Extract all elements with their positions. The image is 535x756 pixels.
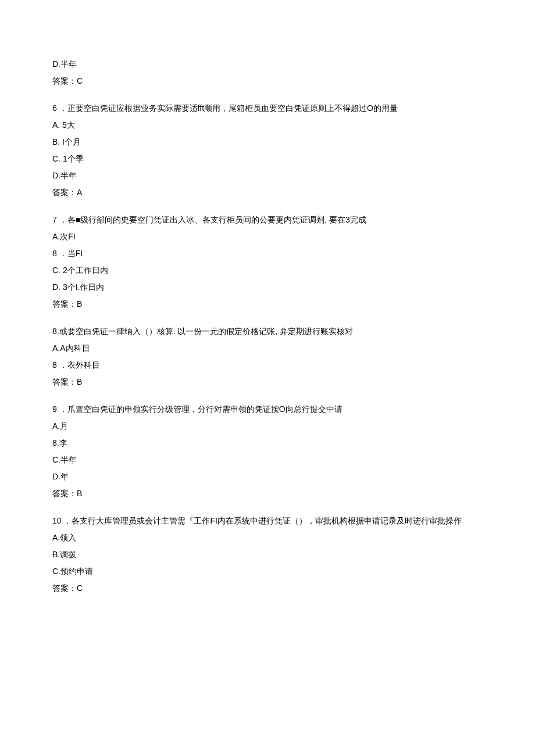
option-b: 8 ．当FI	[52, 248, 483, 260]
option-a: A.A内科目	[52, 342, 483, 354]
answer-label: 答案：C	[52, 75, 483, 87]
option-a: A.次FI	[52, 231, 483, 243]
question-10: 10 ．各支行大库管理员或会计主管需『工作FI内在系统中进行凭证（），审批机构根…	[52, 515, 483, 594]
question-stem: 7 ．各■级行部间的史要空门凭证出入冰、各支行柜员间的公要更内凭证调剂, 要在3…	[52, 214, 483, 226]
option-c: C.预约申请	[52, 565, 483, 578]
question-stem: 9 ．爪亶空白凭证的申领实行分级管理，分行对需申领的凭证按O向总行提交中请	[52, 403, 483, 415]
option-b: 8.李	[52, 437, 483, 449]
question-stem: 6 ．正要空白凭证应根据业务实际需要适fft顺用，尾箱柜员血要空白凭证原则上不得…	[52, 102, 483, 114]
option-b: B.调拨	[52, 549, 483, 561]
answer-label: 答案：C	[52, 582, 483, 594]
option-d: D.年	[52, 471, 483, 483]
question-9: 9 ．爪亶空白凭证的申领实行分级管理，分行对需申领的凭证按O向总行提交中请 A.…	[52, 403, 483, 500]
answer-label: 答案：B	[52, 298, 483, 310]
question-stem: 8.或要空白凭证一律纳入（）核算. 以一份一元的假定价格记账, 弁定期进行账实核…	[52, 325, 483, 338]
option-b: 8 ．衣外科目	[52, 359, 483, 371]
option-c: C.半年	[52, 454, 483, 466]
answer-label: 答案：B	[52, 376, 483, 388]
document-page: D.半年 答案：C 6 ．正要空白凭证应根据业务实际需要适fft顺用，尾箱柜员血…	[0, 0, 535, 756]
question-7: 7 ．各■级行部间的史要空门凭证出入冰、各支行柜员间的公要更内凭证调剂, 要在3…	[52, 214, 483, 310]
option-d: D. 3个I.作日内	[52, 281, 483, 293]
answer-label: 答案：B	[52, 488, 483, 500]
answer-label: 答案：A	[52, 187, 483, 199]
question-5-tail: D.半年 答案：C	[52, 58, 483, 87]
question-8: 8.或要空白凭证一律纳入（）核算. 以一份一元的假定价格记账, 弁定期进行账实核…	[52, 325, 483, 388]
option-d: D.半年	[52, 170, 483, 182]
option-c: C. 1个季	[52, 153, 483, 165]
question-stem: 10 ．各支行大库管理员或会计主管需『工作FI内在系统中进行凭证（），审批机构根…	[52, 515, 483, 527]
option-a: A. 5大	[52, 119, 483, 131]
option-a: A.领入	[52, 532, 483, 544]
option-a: A.月	[52, 420, 483, 432]
question-6: 6 ．正要空白凭证应根据业务实际需要适fft顺用，尾箱柜员血要空白凭证原则上不得…	[52, 102, 483, 199]
option-b: B. I个月	[52, 136, 483, 148]
option-c: C. 2个工作日内	[52, 264, 483, 277]
option-d: D.半年	[52, 58, 483, 70]
